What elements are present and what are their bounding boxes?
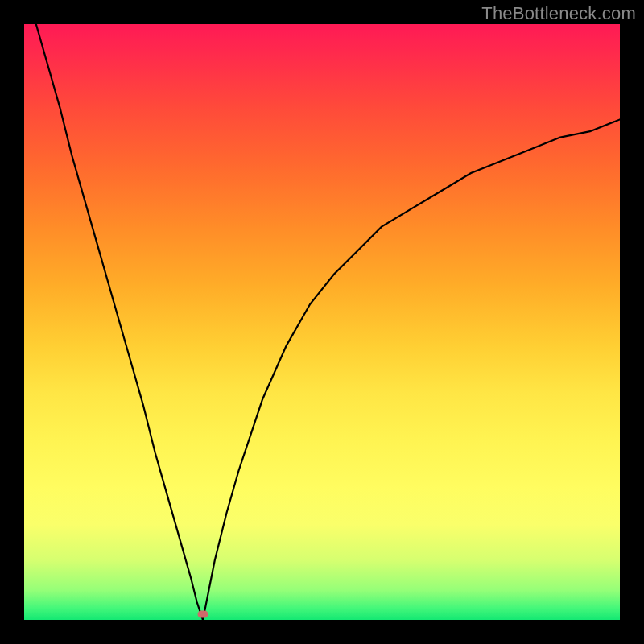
watermark-text: TheBottleneck.com xyxy=(481,3,636,24)
curve-left-branch xyxy=(36,24,203,620)
curve-right-branch xyxy=(203,119,620,620)
chart-outer-frame: TheBottleneck.com xyxy=(0,0,644,644)
chart-curve xyxy=(24,24,620,620)
curve-min-marker xyxy=(198,610,208,617)
chart-plot-area xyxy=(24,24,620,620)
